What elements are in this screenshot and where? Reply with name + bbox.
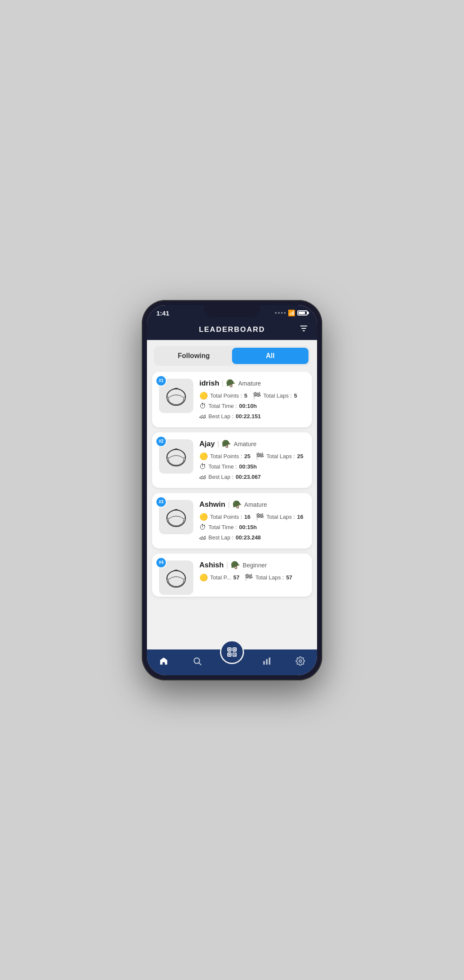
laps-icon: 🏁 (244, 573, 253, 582)
time-stat: ⏱ Total Time : 00:35h (199, 463, 257, 471)
laps-stat: 🏁 Total Laps : 25 (256, 452, 303, 460)
points-stat: 🟡 Total Points : 5 (199, 392, 247, 400)
helmet-icon: 🪖 (231, 560, 240, 570)
player-name: idrish (199, 379, 219, 388)
status-time: 1:41 (156, 309, 169, 317)
stats-row-3: 🏎 Best Lap : 00:23.248 (199, 534, 305, 542)
points-icon: 🟡 (199, 513, 208, 521)
bestlap-icon: 🏎 (199, 473, 206, 481)
player-name: Ashwin (199, 500, 225, 509)
stats-row-1: 🟡 Total P... 57 🏁 Total Laps : 57 (199, 573, 305, 582)
app-header: LEADERBOARD (147, 319, 317, 340)
stats-row-3: 🏎 Best Lap : 00:23.067 (199, 473, 305, 481)
points-stat: 🟡 Total Points : 25 (199, 452, 250, 460)
page-title: LEADERBOARD (199, 325, 265, 334)
stats-row-2: ⏱ Total Time : 00:10h (199, 402, 305, 410)
svg-rect-17 (263, 661, 265, 665)
laps-icon: 🏁 (256, 513, 264, 521)
svg-rect-24 (234, 649, 235, 650)
leaderboard-list: #1 idrish | 🪖 Amature 🟡 Total Points : (147, 372, 317, 649)
rank-badge: #1 (156, 375, 167, 386)
stats-row-1: 🟡 Total Points : 25 🏁 Total Laps : 25 (199, 452, 305, 460)
search-icon (192, 656, 202, 666)
qr-icon (226, 646, 238, 658)
home-icon (159, 656, 168, 666)
notch (204, 305, 260, 317)
points-icon: 🟡 (199, 452, 208, 460)
svg-point-20 (299, 660, 302, 662)
avatar-wrapper: #2 (159, 439, 193, 474)
points-icon: 🟡 (199, 392, 208, 400)
list-item[interactable]: #1 idrish | 🪖 Amature 🟡 Total Points : (152, 372, 312, 427)
phone-screen: 1:41 📶 LEADERBOARD (147, 305, 317, 675)
stats-icon (262, 656, 272, 666)
player-level: Beginner (243, 562, 267, 569)
player-level: Amature (234, 441, 256, 447)
bestlap-stat: 🏎 Best Lap : 00:23.067 (199, 473, 261, 481)
card-info: idrish | 🪖 Amature 🟡 Total Points : 5 (199, 379, 305, 420)
filter-button[interactable] (299, 324, 308, 335)
phone-frame: 1:41 📶 LEADERBOARD (142, 300, 322, 680)
laps-icon: 🏁 (256, 452, 264, 460)
laps-stat: 🏁 Total Laps : 57 (244, 573, 292, 582)
stats-row-1: 🟡 Total Points : 5 🏁 Total Laps : 5 (199, 392, 305, 400)
bottom-nav (147, 649, 317, 675)
list-item[interactable]: #2 Ajay | 🪖 Amature 🟡 Total Points : (152, 432, 312, 488)
svg-rect-41 (234, 654, 235, 655)
stats-grid: 🟡 Total Points : 5 🏁 Total Laps : 5 (199, 392, 305, 420)
time-icon: ⏱ (199, 402, 206, 410)
svg-rect-19 (269, 657, 271, 665)
list-item[interactable]: #4 Ashish | 🪖 Beginner 🟡 Total P... 57 (152, 554, 312, 597)
nav-settings-button[interactable] (290, 654, 311, 668)
settings-icon (296, 656, 305, 666)
card-info: Ashwin | 🪖 Amature 🟡 Total Points : 16 (199, 500, 305, 542)
stats-row-3: 🏎 Best Lap : 00:22.151 (199, 413, 305, 420)
player-name: Ashish (199, 561, 224, 570)
bestlap-stat: 🏎 Best Lap : 00:22.151 (199, 413, 261, 420)
stats-row-2: ⏱ Total Time : 00:15h (199, 524, 305, 531)
helmet-illustration (163, 383, 189, 409)
wifi-icon: 📶 (288, 309, 295, 316)
helmet-illustration (163, 444, 189, 469)
name-row: Ashwin | 🪖 Amature (199, 500, 305, 509)
svg-rect-39 (234, 655, 235, 656)
avatar-wrapper: #3 (159, 500, 193, 534)
nav-home-button[interactable] (153, 654, 174, 668)
bestlap-icon: 🏎 (199, 534, 206, 542)
list-item[interactable]: #3 Ashwin | 🪖 Amature 🟡 Total Points : (152, 493, 312, 548)
svg-rect-37 (234, 653, 235, 654)
stats-grid: 🟡 Total Points : 16 🏁 Total Laps : 16 (199, 513, 305, 542)
svg-point-15 (194, 658, 200, 663)
svg-rect-38 (235, 653, 236, 654)
name-row: Ashish | 🪖 Beginner (199, 560, 305, 570)
bestlap-stat: 🏎 Best Lap : 00:23.248 (199, 534, 261, 542)
filter-icon (299, 324, 308, 333)
svg-line-16 (199, 663, 201, 665)
helmet-icon: 🪖 (226, 379, 235, 388)
signal-dots (275, 312, 286, 314)
stats-row-1: 🟡 Total Points : 16 🏁 Total Laps : 16 (199, 513, 305, 521)
points-stat: 🟡 Total Points : 16 (199, 513, 250, 521)
nav-search-button[interactable] (186, 654, 208, 668)
bestlap-icon: 🏎 (199, 413, 206, 420)
name-row: idrish | 🪖 Amature (199, 379, 305, 388)
avatar-wrapper: #1 (159, 379, 193, 413)
nav-stats-button[interactable] (256, 654, 278, 668)
helmet-icon: 🪖 (232, 500, 242, 509)
card-info: Ajay | 🪖 Amature 🟡 Total Points : 25 (199, 439, 305, 481)
tab-switcher: Following All (154, 346, 310, 366)
helmet-illustration (163, 504, 189, 530)
laps-stat: 🏁 Total Laps : 5 (253, 392, 297, 400)
qr-fab-button[interactable] (220, 640, 244, 664)
points-stat: 🟡 Total P... 57 (199, 573, 239, 582)
svg-rect-26 (229, 654, 230, 655)
rank-badge: #3 (156, 496, 167, 508)
time-stat: ⏱ Total Time : 00:10h (199, 402, 257, 410)
stats-row-2: ⏱ Total Time : 00:35h (199, 463, 305, 471)
svg-rect-22 (229, 649, 230, 650)
status-icons: 📶 (275, 309, 308, 316)
rank-badge: #4 (156, 557, 167, 568)
rank-badge: #2 (156, 436, 167, 447)
tab-following[interactable]: Following (156, 348, 232, 364)
tab-all[interactable]: All (232, 348, 308, 364)
